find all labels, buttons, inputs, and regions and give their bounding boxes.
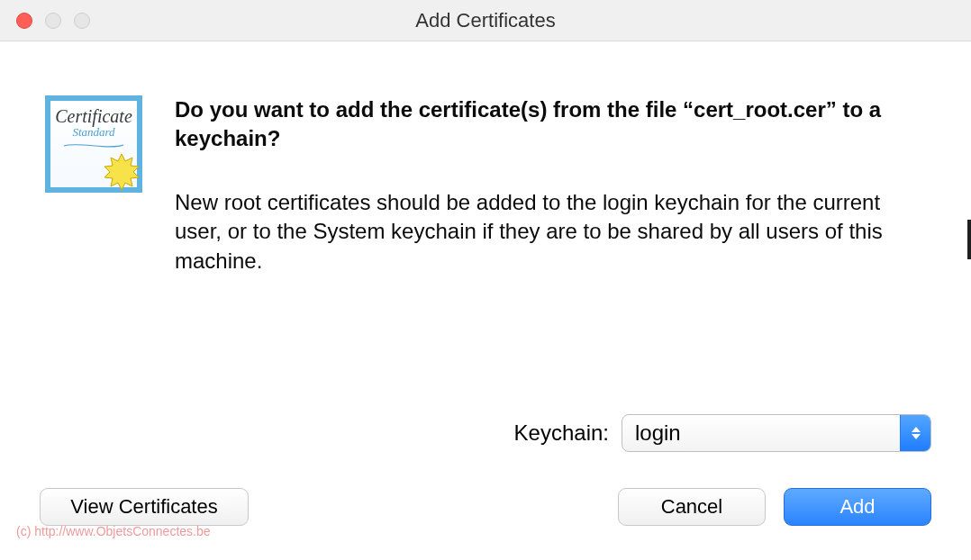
certificate-icon-sublabel: Standard <box>72 125 114 140</box>
keychain-label: Keychain: <box>514 420 609 446</box>
cancel-button-label: Cancel <box>661 495 722 519</box>
certificate-icon-flourish <box>62 141 125 150</box>
view-certificates-button[interactable]: View Certificates <box>40 488 249 526</box>
dialog-content: Certificate Standard Do you want to add … <box>0 41 971 275</box>
certificate-seal-icon <box>101 151 142 193</box>
titlebar: Add Certificates <box>0 0 971 41</box>
cancel-button[interactable]: Cancel <box>618 488 766 526</box>
add-button-label: Add <box>839 495 875 519</box>
background-window-fragment <box>967 220 971 259</box>
keychain-select[interactable]: login <box>622 414 931 452</box>
dialog-heading: Do you want to add the certificate(s) fr… <box>175 95 917 154</box>
certificate-icon-label: Certificate <box>55 106 132 127</box>
button-row: View Certificates Cancel Add <box>0 488 971 526</box>
dialog-description: New root certificates should be added to… <box>175 188 917 275</box>
window-title: Add Certificates <box>0 9 971 32</box>
add-button[interactable]: Add <box>784 488 931 526</box>
keychain-select-value: login <box>635 420 681 446</box>
view-certificates-label: View Certificates <box>70 495 217 519</box>
select-stepper-icon <box>900 415 930 451</box>
keychain-row: Keychain: login <box>0 414 971 452</box>
watermark: (c) http://www.ObjetsConnectes.be <box>16 524 211 538</box>
certificate-icon: Certificate Standard <box>45 95 142 193</box>
